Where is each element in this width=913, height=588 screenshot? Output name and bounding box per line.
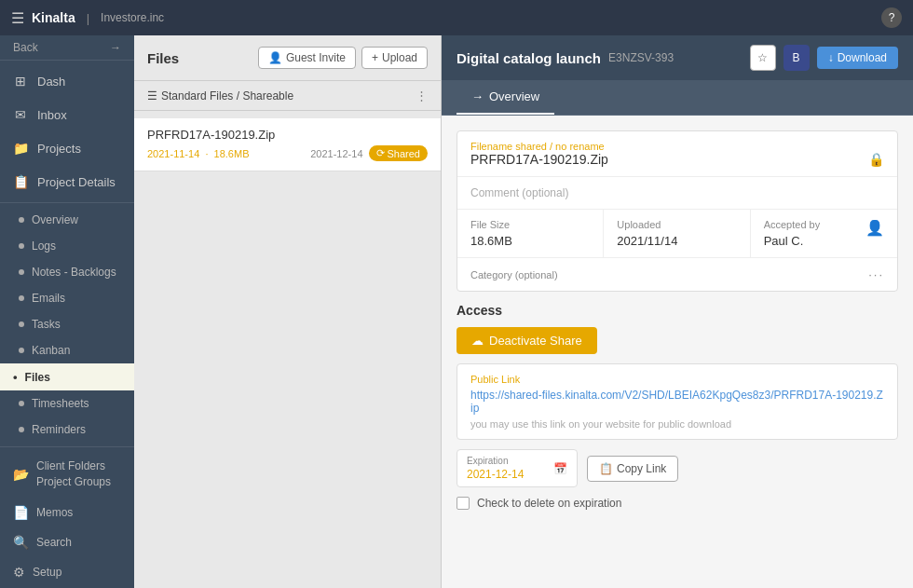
download-label: Download	[838, 51, 887, 64]
accepted-by-field: Accepted by Paul C. 👤	[751, 210, 897, 257]
person-icon: 👤	[865, 219, 884, 237]
detail-project-id: E3NZSV-393	[608, 51, 674, 64]
calendar-icon[interactable]: 📅	[553, 462, 567, 475]
sidebar-sub-nav: Overview Logs Notes - Backlogs Emails Ta…	[0, 202, 134, 446]
copy-link-button[interactable]: 📋 Copy Link	[587, 456, 678, 482]
detail-title-row: Digital catalog launch E3NZSV-393	[456, 50, 674, 66]
category-dots[interactable]: ···	[868, 267, 884, 281]
sidebar-label-projects: Projects	[37, 142, 81, 156]
star-button[interactable]: ☆	[750, 45, 776, 71]
category-row: Category (optional) ···	[457, 257, 897, 291]
menu-icon[interactable]: ☰	[11, 9, 24, 27]
accepted-by-value: Paul C.	[764, 234, 821, 248]
public-link-hint: you may use this link on your website fo…	[470, 418, 884, 430]
sidebar-label-overview: Overview	[32, 213, 78, 226]
files-more-icon[interactable]: ⋮	[416, 89, 428, 103]
search-icon: 🔍	[13, 535, 29, 550]
sidebar-item-notes-backlogs[interactable]: Notes - Backlogs	[0, 259, 134, 285]
sidebar-item-reminders[interactable]: Reminders	[0, 417, 134, 443]
file-size-label: File Size	[470, 219, 590, 230]
file-size-value: 18.6MB	[470, 234, 590, 248]
access-section: Access ☁ Deactivate Share Public Link ht…	[456, 303, 898, 510]
tab-arrow-icon: →	[471, 89, 484, 103]
back-button[interactable]: Back →	[0, 35, 134, 60]
sidebar-label-setup: Setup	[33, 566, 61, 579]
main-layout: Back → ⊞ Dash ✉ Inbox 📁 Projects 📋 Proje…	[0, 35, 913, 588]
sidebar-label-project-details: Project Details	[37, 175, 116, 189]
sidebar-item-projects[interactable]: 📁 Projects	[0, 131, 134, 165]
sidebar-label-notes-backlogs: Notes - Backlogs	[32, 266, 116, 279]
file-section-header: Filename shared / no rename PRFRD17A-190…	[457, 131, 897, 177]
filename-label: Filename shared / no rename	[470, 141, 884, 152]
upload-icon: +	[372, 51, 378, 64]
sidebar-item-files[interactable]: • Files	[0, 363, 134, 390]
b-button[interactable]: B	[784, 45, 810, 71]
uploaded-label: Uploaded	[617, 219, 736, 230]
sidebar-item-kanban[interactable]: Kanban	[0, 337, 134, 363]
sidebar-item-project-details[interactable]: 📋 Project Details	[0, 165, 134, 198]
deactivate-label: Deactivate Share	[489, 334, 582, 348]
sidebar-item-inbox[interactable]: ✉ Inbox	[0, 98, 134, 131]
sidebar-item-search[interactable]: 🔍 Search	[0, 527, 134, 557]
expiration-label: Expiration	[467, 456, 524, 466]
file-meta-date: 2021-11-14 · 18.6MB	[147, 148, 249, 159]
sidebar-item-client-folders[interactable]: 📂 Client FoldersProject Groups	[0, 451, 134, 498]
files-title: Files	[147, 50, 179, 66]
accepted-by-label: Accepted by	[764, 219, 821, 230]
delete-on-expiry-row: Check to delete on expiration	[456, 497, 898, 510]
dash-icon: ⊞	[13, 74, 28, 89]
sidebar-item-overview[interactable]: Overview	[0, 207, 134, 233]
guest-invite-button[interactable]: 👤 Guest Invite	[258, 47, 356, 69]
filename-text: PRFRD17A-190219.Zip	[470, 152, 608, 167]
download-button[interactable]: ↓ Download	[817, 47, 898, 69]
expiration-field: Expiration 2021-12-14 📅	[456, 449, 578, 487]
projects-icon: 📁	[13, 141, 28, 156]
expiration-value: 2021-12-14	[467, 468, 524, 481]
category-label: Category (optional)	[470, 269, 558, 280]
sidebar-item-logs[interactable]: Logs	[0, 233, 134, 259]
files-list: PRFRD17A-190219.Zip 2021-11-14 · 18.6MB …	[134, 111, 441, 179]
sidebar-label-memos: Memos	[36, 506, 73, 519]
files-breadcrumb-text: ☰ Standard Files / Shareable	[147, 89, 293, 103]
copy-link-label: Copy Link	[617, 462, 666, 475]
file-name: PRFRD17A-190219.Zip	[147, 128, 428, 142]
memos-icon: 📄	[13, 505, 29, 520]
topbar-separator: |	[87, 11, 89, 25]
tab-overview[interactable]: → Overview	[456, 80, 554, 115]
shared-badge-icon: ⟳	[376, 147, 385, 159]
sidebar-group-nav: 📂 Client FoldersProject Groups 📄 Memos 🔍…	[0, 446, 134, 588]
files-header: Files 👤 Guest Invite + Upload	[134, 35, 441, 81]
sidebar-item-timesheets[interactable]: Timesheets	[0, 390, 134, 417]
files-panel: Files 👤 Guest Invite + Upload ☰ Standard…	[134, 35, 442, 588]
sidebar-item-setup[interactable]: ⚙ Setup	[0, 557, 134, 587]
help-button[interactable]: ?	[881, 7, 902, 28]
topbar-logo: Kinalta	[32, 10, 75, 25]
public-link-value: https://shared-files.kinalta.com/V2/SHD/…	[470, 389, 884, 415]
file-size: 18.6MB	[214, 148, 250, 159]
breadcrumb-icon: ☰	[147, 89, 157, 103]
file-meta-right: 2021-12-14 ⟳ Shared	[310, 145, 428, 161]
detail-tab-bar: → Overview	[442, 80, 913, 116]
sidebar-item-emails[interactable]: Emails	[0, 285, 134, 311]
upload-button[interactable]: + Upload	[361, 47, 428, 69]
public-link-section: Public Link https://shared-files.kinalta…	[456, 363, 898, 440]
project-details-icon: 📋	[13, 174, 28, 189]
file-share-date: 2021-12-14	[310, 148, 362, 159]
delete-expiry-label: Check to delete on expiration	[477, 497, 621, 510]
list-item[interactable]: PRFRD17A-190219.Zip 2021-11-14 · 18.6MB …	[134, 118, 441, 171]
file-detail-section: Filename shared / no rename PRFRD17A-190…	[456, 130, 898, 292]
sidebar-label-emails: Emails	[32, 292, 65, 305]
sidebar-item-memos[interactable]: 📄 Memos	[0, 498, 134, 527]
sidebar-item-tasks[interactable]: Tasks	[0, 311, 134, 337]
comment-field[interactable]: Comment (optional)	[457, 177, 897, 209]
sidebar-label-kanban: Kanban	[32, 344, 70, 357]
deactivate-share-button[interactable]: ☁ Deactivate Share	[456, 327, 597, 354]
lock-icon: 🔒	[868, 152, 884, 167]
sidebar-item-dash[interactable]: ⊞ Dash	[0, 64, 134, 98]
inbox-icon: ✉	[13, 107, 28, 122]
delete-expiry-checkbox[interactable]	[456, 497, 470, 510]
detail-header-actions: ☆ B ↓ Download	[750, 45, 898, 71]
detail-header: Digital catalog launch E3NZSV-393 ☆ B ↓ …	[442, 35, 913, 80]
deactivate-icon: ☁	[471, 334, 484, 348]
uploaded-field: Uploaded 2021/11/14	[604, 210, 750, 257]
